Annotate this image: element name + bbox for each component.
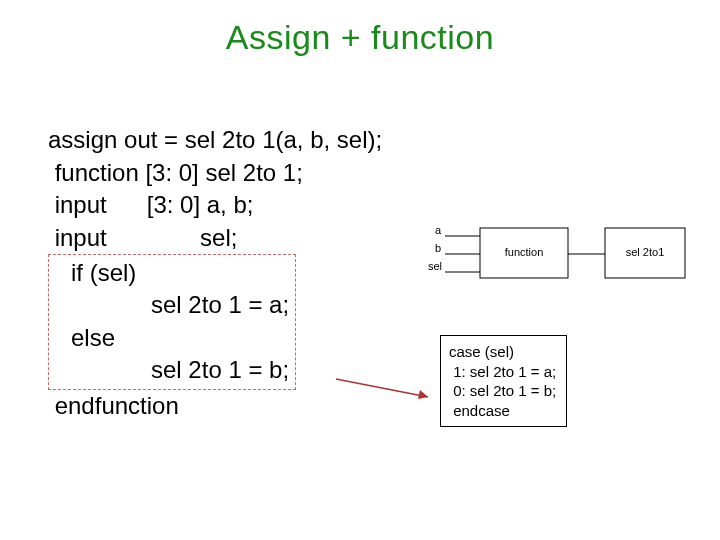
case-line: 1: sel 2to 1 = a; <box>449 363 556 380</box>
diagram-block-label: function <box>505 246 544 258</box>
case-line: case (sel) <box>449 343 514 360</box>
svg-line-6 <box>336 379 428 397</box>
case-line: endcase <box>449 402 510 419</box>
code-line: endfunction <box>48 392 179 419</box>
code-line: assign out = sel 2to 1(a, b, sel); <box>48 126 382 153</box>
diagram-label-a: a <box>435 224 442 236</box>
function-diagram: a b sel function sel 2to1 <box>390 222 690 292</box>
code-line: else <box>51 324 115 351</box>
if-else-box: if (sel) sel 2to 1 = a; else sel 2to 1 =… <box>48 254 296 390</box>
code-line: if (sel) <box>51 259 136 286</box>
case-box: case (sel) 1: sel 2to 1 = a; 0: sel 2to … <box>440 335 567 427</box>
code-block: assign out = sel 2to 1(a, b, sel); funct… <box>48 92 382 422</box>
diagram-label-b: b <box>435 242 441 254</box>
code-line: function [3: 0] sel 2to 1; <box>48 159 303 186</box>
arrow-icon <box>332 375 442 405</box>
slide-title: Assign + function <box>0 18 720 57</box>
case-line: 0: sel 2to 1 = b; <box>449 382 556 399</box>
code-line: sel 2to 1 = b; <box>51 356 289 383</box>
diagram-label-sel: sel <box>428 260 442 272</box>
code-line: input sel; <box>48 224 237 251</box>
code-line: sel 2to 1 = a; <box>51 291 289 318</box>
svg-marker-7 <box>418 390 428 399</box>
code-line: input [3: 0] a, b; <box>48 191 253 218</box>
diagram-output-label: sel 2to1 <box>626 246 665 258</box>
